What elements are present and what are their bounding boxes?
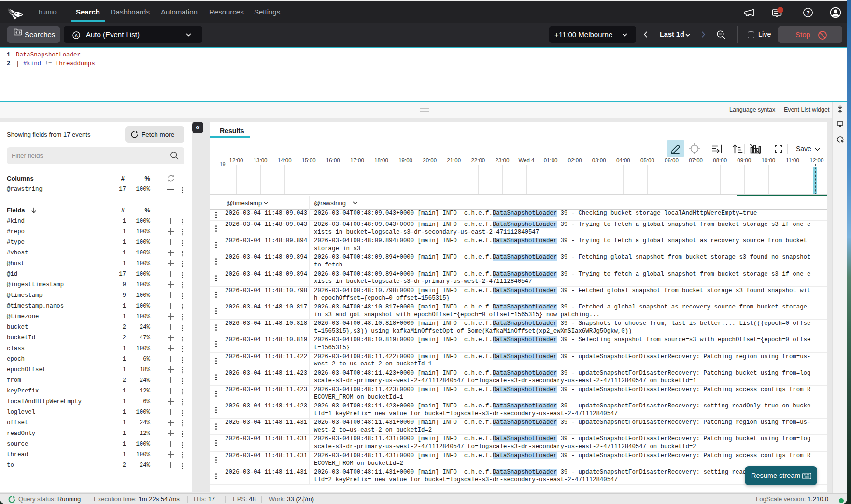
svg-text:A: A: [75, 33, 78, 38]
svg-text:?: ?: [806, 10, 810, 16]
